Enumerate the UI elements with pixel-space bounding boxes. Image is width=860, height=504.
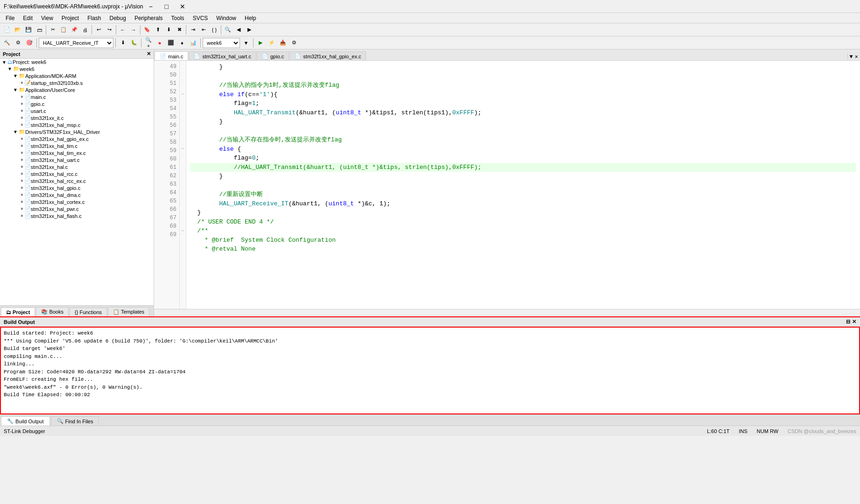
open-file-button[interactable]: 📂 xyxy=(13,25,23,35)
nav-back-button[interactable]: ← xyxy=(118,25,128,35)
tree-item-mspc[interactable]: + 📄 stm32f1xx_hal_msp.c xyxy=(0,121,154,128)
bottom-tab-find[interactable]: 🔍 Find In Files xyxy=(51,416,99,426)
tree-item-halc[interactable]: + 📄 stm32f1xx_hal.c xyxy=(0,163,154,170)
tree-item-timc[interactable]: + 📄 stm32f1xx_hal_tim.c xyxy=(0,142,154,149)
tree-item-cortexc[interactable]: + 📄 stm32f1xx_hal_cortex.c xyxy=(0,198,154,205)
menu-tools[interactable]: Tools xyxy=(168,14,188,22)
tab-uart[interactable]: 📄 stm32f1xx_hal_uart.c xyxy=(189,51,256,60)
run-btn[interactable]: ● xyxy=(155,38,165,48)
tree-label: stm32f1xx_it.c xyxy=(31,115,63,121)
clear-bookmark-button[interactable]: ✖ xyxy=(174,25,184,35)
tree-item-flashc[interactable]: + 📄 stm32f1xx_hal_flash.c xyxy=(0,212,154,219)
menu-svcs[interactable]: SVCS xyxy=(189,14,212,22)
tree-item-mdkarm[interactable]: ▼ 📁 Application/MDK-ARM xyxy=(0,72,154,79)
menu-view[interactable]: View xyxy=(37,14,57,22)
horizontal-scrollbar[interactable] xyxy=(154,309,860,316)
zoom-btn[interactable]: 🔍+ xyxy=(143,38,154,48)
sidebar-tab-project[interactable]: 🗂 Project xyxy=(1,308,35,316)
main-layout: Project ✕ ▼ 🗂 Project: week6 ▼ 📁 week6 ▼… xyxy=(0,49,860,316)
sidebar-tab-functions[interactable]: {} Functions xyxy=(70,308,107,316)
cut-button[interactable]: ✂ xyxy=(48,25,58,35)
code-line-52: else if(c=='1'){ xyxy=(190,90,856,99)
week-opt-btn[interactable]: ▼ xyxy=(241,38,251,48)
unindent-button[interactable]: ⇤ xyxy=(198,25,209,35)
tree-item-gpioexc[interactable]: + 📄 stm32f1xx_hal_gpio_ex.c xyxy=(0,135,154,142)
tab-mainc[interactable]: 📄 main.c xyxy=(155,51,188,60)
tree-item-pwrc[interactable]: + 📄 stm32f1xx_hal_pwr.c xyxy=(0,205,154,212)
tree-item-startup[interactable]: + 📝 startup_stm32f103xb.s xyxy=(0,79,154,86)
tree-item-project[interactable]: ▼ 🗂 Project: week6 xyxy=(0,59,154,65)
code-editor[interactable]: 49 50 51 52 53 54 55 56 57 58 59 60 61 6… xyxy=(154,61,860,309)
redo-button[interactable]: ↪ xyxy=(104,25,114,35)
minimize-button[interactable]: − xyxy=(143,2,158,11)
compile-btn[interactable]: ⚡ xyxy=(267,38,277,48)
tree-item-mainc[interactable]: + 📄 main.c xyxy=(0,93,154,100)
undo-button[interactable]: ↩ xyxy=(93,25,104,35)
next-bookmark-button[interactable]: ⬇ xyxy=(163,25,174,35)
tree-label: Drivers/STM32F1xx_HAL_Driver xyxy=(25,129,100,135)
menu-peripherals[interactable]: Peripherals xyxy=(131,14,167,22)
menu-file[interactable]: File xyxy=(2,14,18,22)
tree-item-rccc[interactable]: + 📄 stm32f1xx_hal_rcc.c xyxy=(0,170,154,177)
indent-button[interactable]: ⇥ xyxy=(188,25,198,35)
tree-item-rccexc[interactable]: + 📄 stm32f1xx_hal_rcc_ex.c xyxy=(0,177,154,184)
menu-debug[interactable]: Debug xyxy=(106,14,130,22)
week-dropdown[interactable]: week6 xyxy=(203,38,240,48)
menu-flash[interactable]: Flash xyxy=(84,14,105,22)
target-options-btn[interactable]: 🎯 xyxy=(24,38,35,48)
code-content[interactable]: } //当输入的指令为1时,发送提示并改变flag else if(c=='1'… xyxy=(186,61,860,309)
stop-btn[interactable]: ⬛ xyxy=(166,38,176,48)
tree-item-gpiocc[interactable]: + 📄 stm32f1xx_hal_gpio.c xyxy=(0,184,154,191)
comment-button[interactable]: { } xyxy=(209,25,219,35)
copy-button[interactable]: 📋 xyxy=(58,25,69,35)
close-button[interactable]: ✕ xyxy=(175,2,190,11)
sidebar-close-icon[interactable]: ✕ xyxy=(147,51,151,57)
build-btn[interactable]: ▶ xyxy=(255,38,266,48)
tree-item-driver[interactable]: ▼ 📁 Drivers/STM32F1xx_HAL_Driver xyxy=(0,128,154,135)
bookmark-button[interactable]: 🔖 xyxy=(142,25,152,35)
tree-item-gpioc[interactable]: + 📄 gpio.c xyxy=(0,100,154,107)
build-content[interactable]: Build started: Project: week6 *** Using … xyxy=(0,327,860,414)
menu-project[interactable]: Project xyxy=(58,14,83,22)
menu-window[interactable]: Window xyxy=(212,14,240,22)
sidebar-tab-templates[interactable]: 📋 Templates xyxy=(108,307,149,316)
nav-fwd-button[interactable]: → xyxy=(128,25,139,35)
trace-btn[interactable]: 📊 xyxy=(188,38,198,48)
target-dropdown[interactable]: HAL_UART_Receive_IT xyxy=(39,38,113,48)
maximize-button[interactable]: □ xyxy=(159,2,174,11)
debug-btn[interactable]: 🐛 xyxy=(129,38,139,48)
tree-item-itc[interactable]: + 📄 stm32f1xx_it.c xyxy=(0,114,154,121)
sidebar-tab-books[interactable]: 📚 Books xyxy=(36,307,69,316)
tree-item-week6[interactable]: ▼ 📁 week6 xyxy=(0,65,154,72)
paste-button[interactable]: 📌 xyxy=(69,25,79,35)
build-close-icon[interactable]: ✕ xyxy=(852,319,856,325)
download-btn[interactable]: 📥 xyxy=(278,38,288,48)
save-all-button[interactable]: 🗃 xyxy=(34,25,44,35)
tree-item-timexc[interactable]: + 📄 stm32f1xx_hal_tim_ex.c xyxy=(0,149,154,156)
settings-btn[interactable]: ⚙ xyxy=(289,38,299,48)
tab-gpioex[interactable]: 📄 stm32f1xx_hal_gpio_ex.c xyxy=(289,51,366,60)
prev-bookmark-button[interactable]: ⬆ xyxy=(153,25,163,35)
tree-label: stm32f1xx_hal_dma.c xyxy=(31,192,81,198)
tab-dropdown-icon[interactable]: ▼ xyxy=(850,54,853,60)
project-btn[interactable]: 🔨 xyxy=(2,38,12,48)
load-btn[interactable]: ⬇ xyxy=(118,38,128,48)
tree-item-dmac[interactable]: + 📄 stm32f1xx_hal_dma.c xyxy=(0,191,154,198)
tree-item-usartc[interactable]: + 📄 usart.c xyxy=(0,107,154,114)
tab-gpio[interactable]: 📄 gpio.c xyxy=(257,51,289,60)
batch-btn[interactable]: ⚙ xyxy=(13,38,23,48)
build-dock-icon[interactable]: ⊟ xyxy=(846,319,850,325)
tab-close-icon[interactable]: ✕ xyxy=(855,53,858,60)
find-button[interactable]: 🔍 xyxy=(223,25,233,35)
tree-item-uartc[interactable]: + 📄 stm32f1xx_hal_uart.c xyxy=(0,156,154,163)
new-file-button[interactable]: 📄 xyxy=(2,25,12,35)
menu-edit[interactable]: Edit xyxy=(19,14,36,22)
bottom-tab-build[interactable]: 🔧 Build Output xyxy=(1,416,50,426)
find-next-button[interactable]: ▶ xyxy=(244,25,254,35)
save-button[interactable]: 💾 xyxy=(23,25,34,35)
menu-help[interactable]: Help xyxy=(241,14,260,22)
tree-item-usercore[interactable]: ▼ 📁 Application/User/Core xyxy=(0,86,154,93)
reset-btn[interactable]: ♦ xyxy=(177,38,187,48)
find-prev-button[interactable]: ◀ xyxy=(233,25,244,35)
print-button[interactable]: 🖨 xyxy=(80,25,90,35)
